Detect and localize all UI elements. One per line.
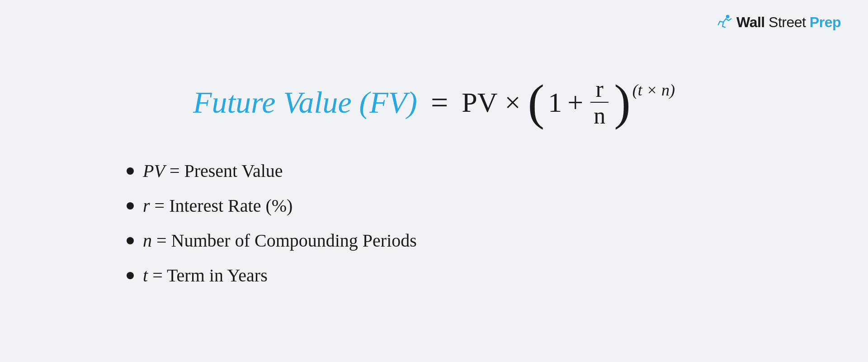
close-paren: )	[614, 77, 631, 127]
bullet-dot	[127, 237, 134, 244]
inside-bracket: 1 + r n	[548, 76, 610, 129]
formula-times: ×	[505, 86, 521, 119]
bullet-item-pv: PV = Present Value	[127, 160, 417, 181]
svg-point-0	[726, 15, 730, 19]
fraction-denominator: n	[594, 103, 605, 129]
bullet-text-t: t = Term in Years	[143, 265, 268, 286]
formula-area: Future Value (FV) = PV × ( 1 + r n	[90, 76, 778, 129]
bullet-text-n: n = Number of Compounding Periods	[143, 230, 417, 251]
logo-area: Wall Street Prep	[716, 14, 841, 31]
formula-one: 1	[548, 86, 562, 119]
logo-text: Wall Street Prep	[736, 14, 841, 31]
logo-icon	[716, 14, 733, 31]
bullet-text-pv: PV = Present Value	[143, 160, 283, 181]
formula-plus: +	[567, 86, 583, 119]
formula-exponent: (t × n)	[632, 81, 675, 100]
main-content: Future Value (FV) = PV × ( 1 + r n	[0, 76, 868, 286]
bullets-area: PV = Present Value r = Interest Rate (%)…	[127, 160, 417, 286]
open-paren: (	[528, 77, 545, 127]
formula-rhs: PV × ( 1 + r n )	[462, 76, 675, 129]
formula-bracket-group: ( 1 + r n ) (t × n)	[528, 76, 675, 129]
fraction-numerator: r	[595, 76, 603, 102]
bullet-item-t: t = Term in Years	[127, 265, 417, 286]
bullet-dot	[127, 167, 134, 175]
bullet-text-r: r = Interest Rate (%)	[143, 195, 292, 216]
formula-exponent-group: (t × n)	[632, 81, 675, 100]
bullet-dot	[127, 202, 134, 210]
page-container: Wall Street Prep Future Value (FV) = PV …	[0, 0, 868, 362]
formula-pv: PV	[462, 86, 497, 119]
formula-lhs-label: Future Value (FV)	[193, 85, 417, 120]
formula-equals: =	[431, 85, 448, 120]
formula-fraction: r n	[590, 76, 609, 129]
bullet-item-r: r = Interest Rate (%)	[127, 195, 417, 216]
bullet-item-n: n = Number of Compounding Periods	[127, 230, 417, 251]
bullet-dot	[127, 272, 134, 279]
